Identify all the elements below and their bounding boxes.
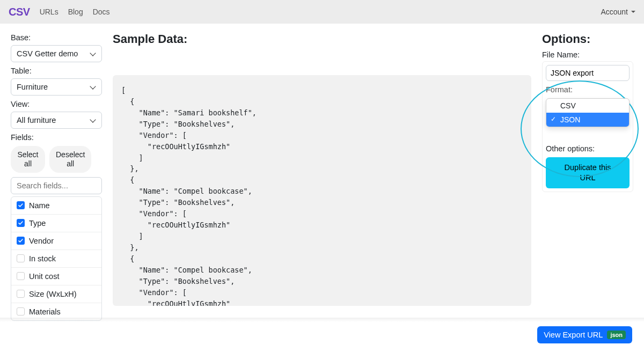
field-item[interactable]: In stock: [11, 250, 101, 268]
select-all-line1: Select: [17, 150, 39, 159]
checkbox-icon[interactable]: [17, 290, 25, 298]
field-item[interactable]: Name: [11, 197, 101, 215]
format-option-json[interactable]: JSON: [546, 113, 629, 127]
fields-actions: Select all Deselect all: [11, 146, 102, 173]
right-panel: Options: File Name: Format: CSV JSON Oth…: [542, 32, 633, 321]
chevron-down-icon: [90, 116, 96, 122]
duplicate-line1: Duplicate this: [564, 163, 611, 172]
field-label: Unit cost: [29, 272, 59, 281]
table-select-value: Furniture: [17, 83, 48, 91]
select-all-line2: all: [17, 159, 39, 168]
field-item[interactable]: Unit cost: [11, 268, 101, 285]
select-all-button[interactable]: Select all: [11, 146, 45, 173]
field-item[interactable]: Type: [11, 215, 101, 232]
nav-link-docs[interactable]: Docs: [93, 8, 110, 16]
fields-label: Fields:: [11, 133, 102, 142]
account-label: Account: [601, 8, 628, 16]
fields-list: NameTypeVendorIn stockUnit costSize (WxL…: [11, 196, 102, 321]
field-item[interactable]: Size (WxLxH): [11, 285, 101, 303]
sample-data-code: [ { "Name": "Samari bookshelf", "Type": …: [113, 75, 531, 306]
base-select-value: CSV Getter demo: [17, 49, 78, 58]
view-select[interactable]: All furniture: [11, 112, 102, 129]
search-fields-input[interactable]: [11, 177, 102, 194]
left-panel: Base: CSV Getter demo Table: Furniture V…: [11, 32, 102, 321]
options-heading: Options:: [542, 32, 633, 46]
main-container: Base: CSV Getter demo Table: Furniture V…: [0, 24, 644, 329]
duplicate-line2: URL: [580, 173, 595, 182]
duplicate-url-button[interactable]: Duplicate this URL: [546, 157, 630, 188]
format-dropdown[interactable]: CSV JSON: [546, 98, 630, 127]
checkbox-icon[interactable]: [17, 237, 25, 245]
view-select-value: All furniture: [17, 116, 56, 124]
format-label: Format:: [546, 85, 630, 94]
view-label: View:: [11, 100, 102, 108]
field-label: In stock: [29, 254, 56, 263]
account-menu[interactable]: Account: [601, 8, 635, 16]
sample-data-heading: Sample Data:: [113, 32, 531, 46]
checkbox-icon[interactable]: [17, 307, 25, 316]
checkbox-icon[interactable]: [17, 201, 25, 209]
field-label: Vendor: [29, 237, 54, 245]
table-select[interactable]: Furniture: [11, 78, 102, 96]
format-dropdown-menu: CSV JSON: [546, 98, 630, 127]
filename-input[interactable]: [546, 65, 630, 81]
chevron-down-icon: [90, 50, 96, 56]
field-label: Type: [29, 219, 46, 228]
middle-panel: Sample Data: [ { "Name": "Samari bookshe…: [113, 32, 531, 321]
brand-logo[interactable]: CSV: [9, 6, 30, 18]
nav-link-urls[interactable]: URLs: [40, 8, 58, 16]
format-option-csv[interactable]: CSV: [546, 99, 629, 113]
field-label: Name: [29, 201, 50, 210]
options-box: Format: CSV JSON Other options: Duplicat…: [542, 61, 633, 192]
checkbox-icon[interactable]: [17, 254, 25, 262]
deselect-all-line1: Deselect: [56, 150, 85, 159]
table-label: Table:: [11, 67, 102, 75]
deselect-all-button[interactable]: Deselect all: [49, 146, 91, 173]
field-item[interactable]: Vendor: [11, 232, 101, 250]
view-export-url-button[interactable]: View Export URL json: [537, 326, 632, 329]
nav-left: CSV URLs Blog Docs: [9, 6, 110, 18]
base-label: Base:: [11, 33, 102, 42]
base-select[interactable]: CSV Getter demo: [11, 45, 102, 62]
deselect-all-line2: all: [56, 159, 85, 168]
field-label: Size (WxLxH): [29, 290, 77, 298]
chevron-down-icon: [90, 83, 96, 89]
checkbox-icon[interactable]: [17, 219, 25, 227]
bottom-shadow: [0, 318, 644, 322]
filename-label: File Name:: [542, 50, 633, 59]
other-options-label: Other options:: [546, 144, 630, 153]
checkbox-icon[interactable]: [17, 272, 25, 280]
field-label: Materials: [29, 307, 61, 316]
navbar: CSV URLs Blog Docs Account: [0, 0, 644, 24]
nav-link-blog[interactable]: Blog: [68, 8, 83, 16]
chevron-down-icon: [631, 11, 635, 13]
